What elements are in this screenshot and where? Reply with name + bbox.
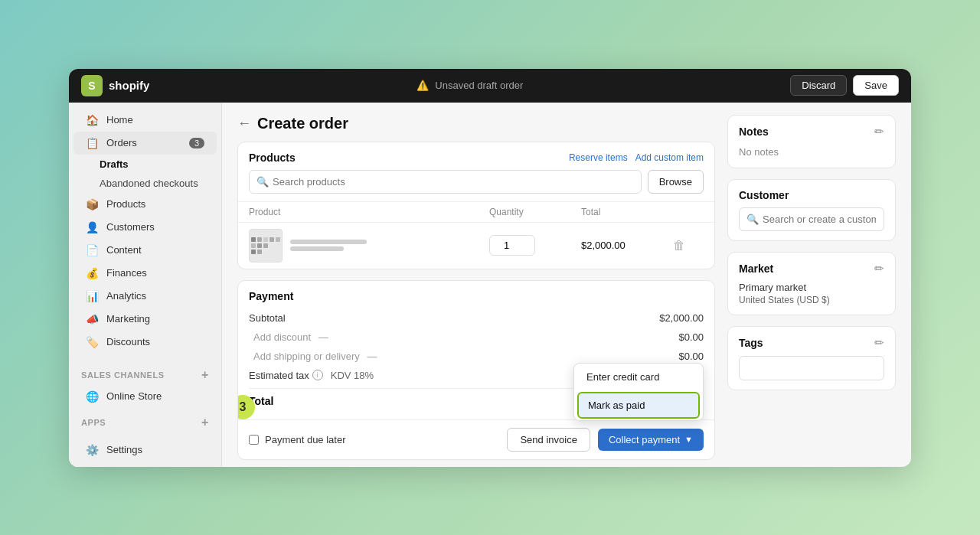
sidebar-item-marketing[interactable]: 📣 Marketing (74, 308, 217, 331)
col-total: Total (581, 207, 673, 217)
tags-input[interactable] (739, 356, 884, 380)
market-card: Market ✏ Primary market United States (U… (727, 252, 896, 315)
page-title: Create order (257, 115, 348, 132)
sidebar-section-apps: Apps + (69, 408, 221, 432)
customer-card-title: Customer (739, 189, 789, 201)
sidebar-content-label: Content (106, 244, 142, 256)
chevron-down-icon: ▼ (684, 435, 693, 444)
subtotal-row: Subtotal $2,000.00 (249, 308, 704, 328)
customers-icon: 👤 (86, 221, 99, 233)
sidebar-section-sales: Sales channels + (69, 360, 221, 385)
quantity-cell: 1 (489, 235, 581, 256)
tax-label: Estimated tax (249, 370, 309, 381)
table-row: 1 $2,000.00 🗑 (238, 222, 714, 269)
sidebar-item-finances[interactable]: 💰 Finances (74, 262, 217, 285)
market-edit-icon[interactable]: ✏ (874, 262, 884, 276)
sidebar-item-online-store[interactable]: 🌐 Online Store (74, 385, 217, 408)
add-custom-item-link[interactable]: Add custom item (635, 152, 704, 163)
sidebar-item-content[interactable]: 📄 Content (74, 239, 217, 262)
customer-search-icon: 🔍 (746, 214, 759, 225)
sidebar-item-orders[interactable]: 📋 Orders 3 (74, 132, 217, 155)
sidebar-marketing-label: Marketing (106, 313, 150, 325)
orders-badge: 3 (189, 138, 204, 148)
customer-card: Customer 🔍 (727, 179, 896, 241)
shopify-icon: S (81, 75, 103, 96)
payment-due-text: Payment due later (265, 434, 346, 445)
sidebar: 🏠 Home 📋 Orders 3 Drafts Abandoned check… (69, 103, 222, 467)
app-window: S shopify ⚠️ Unsaved draft order Discard… (69, 69, 911, 467)
sidebar-item-drafts[interactable]: Drafts (69, 155, 221, 174)
content-right: Notes ✏ No notes Customer 🔍 (727, 115, 896, 455)
discounts-icon: 🏷️ (86, 336, 99, 348)
products-card-actions: Reserve items Add custom item (569, 152, 704, 163)
sidebar-item-analytics[interactable]: 📊 Analytics (74, 285, 217, 308)
market-card-header: Market ✏ (739, 262, 884, 276)
sidebar-item-products[interactable]: 📦 Products (74, 193, 217, 216)
sidebar-online-store-label: Online Store (106, 390, 162, 402)
brand-name: shopify (109, 79, 149, 92)
online-store-icon: 🌐 (86, 390, 99, 403)
search-row: 🔍 Browse (238, 170, 714, 201)
price-cell: $2,000.00 (581, 240, 673, 251)
sidebar-orders-label: Orders (106, 137, 137, 148)
browse-button[interactable]: Browse (648, 170, 704, 194)
notes-card-header: Notes ✏ (739, 125, 884, 139)
enter-credit-card-option[interactable]: Enter credit card (574, 364, 703, 390)
tax-info-text: KDV 18% (331, 370, 374, 381)
tags-edit-icon[interactable]: ✏ (874, 336, 884, 350)
titlebar: S shopify ⚠️ Unsaved draft order Discard… (69, 69, 911, 103)
tags-card: Tags ✏ (727, 326, 896, 390)
col-quantity: Quantity (489, 207, 581, 217)
shipping-label-text: Add shipping or delivery (253, 351, 360, 362)
col-actions (673, 207, 704, 217)
back-button[interactable]: ← (237, 116, 251, 132)
search-icon: 🔍 (256, 176, 269, 188)
apps-label: Apps (81, 418, 106, 427)
products-card-title: Products (249, 152, 296, 164)
drafts-label: Drafts (100, 158, 129, 170)
shipping-amount: $0.00 (678, 351, 704, 362)
sidebar-item-home[interactable]: 🏠 Home (74, 109, 217, 132)
customer-search-input[interactable] (739, 207, 884, 231)
quantity-stepper[interactable]: 1 (489, 235, 535, 256)
notes-card: Notes ✏ No notes (727, 115, 896, 168)
add-shipping-link[interactable]: Add shipping or delivery — (249, 351, 377, 362)
payment-actions: Payment due later Send invoice Collect p… (238, 419, 714, 459)
tax-label-wrap: Estimated tax i KDV 18% (249, 370, 374, 381)
notes-edit-icon[interactable]: ✏ (874, 125, 884, 139)
save-button[interactable]: Save (853, 75, 899, 96)
sidebar-item-abandoned[interactable]: Abandoned checkouts (69, 174, 221, 193)
reserve-items-link[interactable]: Reserve items (569, 152, 628, 163)
payment-card-header: Payment (238, 281, 714, 308)
product-thumbnail (249, 229, 283, 263)
collect-dropdown: Enter credit card Mark as paid (573, 363, 704, 421)
delete-cell: 🗑 (673, 239, 704, 253)
customer-card-header: Customer (739, 189, 884, 201)
product-search-input[interactable] (249, 170, 642, 194)
discard-button[interactable]: Discard (790, 75, 847, 96)
content-icon: 📄 (86, 244, 99, 256)
sales-channels-expand[interactable]: + (201, 368, 209, 382)
discount-row: Add discount — $0.00 (249, 328, 704, 347)
send-invoice-button[interactable]: Send invoice (507, 428, 590, 452)
sidebar-item-discounts[interactable]: 🏷️ Discounts (74, 331, 217, 354)
sidebar-item-settings[interactable]: ⚙️ Settings (74, 439, 217, 462)
market-currency: United States (USD $) (739, 295, 884, 305)
add-discount-link[interactable]: Add discount — (249, 331, 328, 343)
delete-row-button[interactable]: 🗑 (673, 239, 685, 253)
col-product: Product (249, 207, 489, 217)
sidebar-item-customers[interactable]: 👤 Customers (74, 216, 217, 239)
product-cell (249, 229, 489, 263)
tax-info-icon[interactable]: i (312, 370, 323, 380)
shipping-dash: — (367, 351, 377, 362)
primary-market-label: Primary market (739, 282, 884, 293)
mark-as-paid-option[interactable]: Mark as paid (577, 392, 700, 419)
payment-due-label: Payment due later (249, 434, 346, 445)
payment-card-title: Payment (249, 290, 293, 302)
market-card-title: Market (739, 263, 773, 275)
apps-expand[interactable]: + (201, 416, 209, 429)
payment-due-checkbox[interactable] (249, 435, 259, 445)
orders-icon: 📋 (86, 137, 99, 149)
subtotal-amount: $2,000.00 (659, 312, 704, 324)
collect-payment-button[interactable]: Collect payment ▼ (598, 429, 704, 451)
